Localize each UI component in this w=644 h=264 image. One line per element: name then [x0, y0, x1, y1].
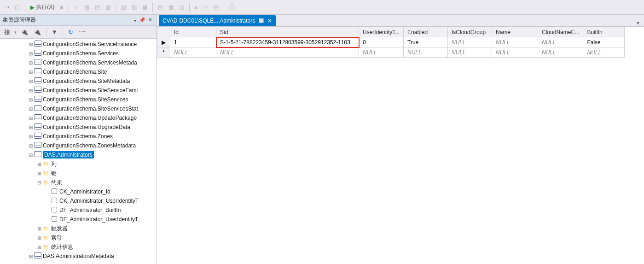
tool-btn-7[interactable]: ▤	[156, 3, 165, 12]
refresh-icon[interactable]: ↻	[67, 28, 75, 36]
tree-node-table[interactable]: ⊞ConfigurationSchema.ServiceInstance	[0, 40, 157, 49]
expand-icon[interactable]: ⊞	[28, 106, 34, 111]
tool-btn-3[interactable]: ▥	[103, 3, 113, 12]
stop-button[interactable]: ■	[58, 3, 65, 12]
tree-node-folder[interactable]: ⊞触发器	[0, 224, 157, 233]
tab-pin-icon[interactable]: ⬜	[259, 18, 264, 23]
tree-node-table[interactable]: ⊞ConfigurationSchema.ZonesMetadata	[0, 141, 157, 150]
column-header[interactable]: Name	[492, 27, 538, 37]
tree-node-table[interactable]: ⊞ConfigurationSchema.UpgradeData	[0, 123, 157, 132]
table-row[interactable]: ▶1S-1-5-21-788223459-3112803599-30529123…	[157, 37, 625, 47]
cell[interactable]: NULL	[492, 47, 538, 58]
tree-node-table[interactable]: ⊞ConfigurationSchema.Services	[0, 49, 157, 58]
cell[interactable]: NULL	[583, 47, 625, 58]
expand-icon[interactable]: ⊞	[36, 171, 42, 176]
nav-back-button[interactable]: ◦▾	[2, 3, 12, 12]
cell[interactable]: NULL	[538, 37, 583, 47]
tool-btn-1[interactable]: ▦	[82, 3, 92, 12]
cell[interactable]: NULL	[448, 37, 492, 47]
results-grid[interactable]: IdSidUserIdentityT...EnabledIsCloudGroup…	[157, 27, 644, 264]
expand-icon[interactable]: ⊞	[36, 235, 42, 241]
expand-icon[interactable]: ⊞	[28, 254, 34, 259]
expand-icon[interactable]: ⊞	[28, 143, 34, 148]
tool-btn-2[interactable]: ▤	[93, 3, 102, 12]
comment-button[interactable]: ▤	[211, 3, 221, 12]
tree-node-table[interactable]: ⊞ConfigurationSchema.ServicesMetada	[0, 58, 157, 67]
row-marker[interactable]: ▶	[157, 37, 170, 47]
tool-btn-6[interactable]: ▩	[140, 3, 150, 12]
object-explorer-tree[interactable]: ⊞ConfigurationSchema.ServiceInstance⊞Con…	[0, 39, 157, 264]
column-header[interactable]: UserIdentityT...	[359, 27, 404, 37]
indent-button[interactable]: ≡	[192, 3, 200, 12]
parse-button[interactable]: ✓	[72, 3, 81, 12]
row-marker[interactable]: *	[157, 47, 170, 58]
cell[interactable]: NULL	[538, 47, 583, 58]
cell[interactable]: NULL	[448, 47, 492, 58]
column-header[interactable]: IsCloudGroup	[448, 27, 492, 37]
dropdown-icon[interactable]	[133, 18, 138, 23]
activity-icon[interactable]: 〰	[77, 28, 86, 36]
tree-node-table[interactable]: ⊞ConfigurationSchema.Site	[0, 67, 157, 76]
cell[interactable]: S-1-5-21-788223459-3112803599-3052912352…	[216, 37, 359, 47]
cell[interactable]: NULL	[404, 47, 448, 58]
expand-icon[interactable]: ⊞	[28, 134, 34, 139]
tree-node-table[interactable]: ⊞ConfigurationSchema.SiteMetadata	[0, 76, 157, 86]
tab-nav-dropdown-icon[interactable]: ▾	[637, 20, 639, 26]
column-header[interactable]: Sid	[216, 27, 359, 37]
tree-node-table[interactable]: ⊞ConfigurationSchema.SiteServices	[0, 95, 157, 104]
expand-icon[interactable]: ⊞	[28, 70, 34, 75]
expand-icon[interactable]: ⊞	[28, 42, 34, 47]
expand-icon[interactable]: ⊞	[36, 162, 42, 167]
cell[interactable]: NULL	[216, 47, 359, 58]
expand-icon[interactable]: ⊞	[28, 116, 34, 121]
expand-icon[interactable]: ⊞	[28, 60, 34, 65]
cell[interactable]: True	[404, 37, 448, 47]
tool-btn-5[interactable]: ▨	[129, 3, 139, 12]
tree-node-folder[interactable]: ⊞键	[0, 169, 157, 178]
tree-node-folder[interactable]: ⊞统计信息	[0, 242, 157, 252]
expand-icon[interactable]: ⊞	[36, 226, 42, 231]
tree-node-table[interactable]: ⊞ConfigurationSchema.SiteServicesStat	[0, 104, 157, 113]
tab-administrators[interactable]: CVAD-DDC01\SQLE....Administrators ⬜ ✕	[159, 15, 276, 26]
column-header[interactable]: CloudNameE...	[538, 27, 583, 37]
table-row[interactable]: *NULLNULLNULLNULLNULLNULLNULLNULL	[157, 47, 625, 58]
expand-icon[interactable]: ⊞	[36, 245, 42, 250]
expand-icon[interactable]: ⊞	[28, 125, 34, 130]
expand-icon[interactable]: ⊞	[28, 88, 34, 93]
expand-icon[interactable]: ⊟	[36, 180, 42, 185]
outdent-button[interactable]: ≣	[201, 3, 210, 12]
cell[interactable]: 1	[170, 37, 216, 47]
tree-node-folder[interactable]: ⊞列	[0, 159, 157, 169]
execute-button[interactable]: ▶ 执行(X)	[28, 2, 57, 12]
tree-node-folder[interactable]: ⊟约束	[0, 178, 157, 187]
tree-node-table[interactable]: ⊞ConfigurationSchema.UpdatePackage	[0, 113, 157, 123]
tree-node-constraint[interactable]: CK_Administrator_Id	[0, 187, 157, 196]
expand-icon[interactable]: ⊟	[28, 153, 34, 158]
tree-node-constraint[interactable]: CK_Administrator_UserIdentityT	[0, 196, 157, 205]
tree-node-table[interactable]: ⊞ConfigurationSchema.SiteServiceFami	[0, 86, 157, 95]
column-header[interactable]: Id	[170, 27, 216, 37]
cell[interactable]: 0	[359, 37, 404, 47]
column-header[interactable]: BuiltIn	[583, 27, 625, 37]
disconnect-icon[interactable]: 🔌	[32, 28, 42, 36]
nav-forward-button[interactable]: ▢	[12, 3, 22, 12]
cell[interactable]: NULL	[359, 47, 404, 58]
tool-btn-4[interactable]: ▧	[119, 3, 128, 12]
connect-icon[interactable]: 🔌	[19, 28, 29, 36]
tree-node-table[interactable]: ⊞ConfigurationSchema.Zones	[0, 132, 157, 141]
tree-node-folder[interactable]: ⊞索引	[0, 233, 157, 242]
tab-close-icon[interactable]: ✕	[267, 18, 272, 24]
filter-icon[interactable]: ▼	[50, 28, 59, 36]
expand-icon[interactable]: ⊞	[28, 79, 34, 84]
tree-node-table[interactable]: ⊟DAS.Administrators	[0, 150, 157, 159]
column-header[interactable]: Enabled	[404, 27, 448, 37]
expand-icon[interactable]: ⊞	[28, 51, 34, 56]
tree-node-table[interactable]: ⊞DAS.AdministratorsMetadata	[0, 252, 157, 261]
tool-btn-8[interactable]: ▦	[166, 3, 176, 12]
connect-label[interactable]: 接	[3, 27, 12, 37]
close-panel-icon[interactable]: ✕	[147, 17, 154, 23]
cell[interactable]: NULL	[170, 47, 216, 58]
pin-icon[interactable]: 📌	[138, 17, 147, 23]
tool-btn-9[interactable]: ◫	[177, 3, 186, 12]
tree-node-constraint[interactable]: DF_Administrator_BuiltIn	[0, 205, 157, 215]
